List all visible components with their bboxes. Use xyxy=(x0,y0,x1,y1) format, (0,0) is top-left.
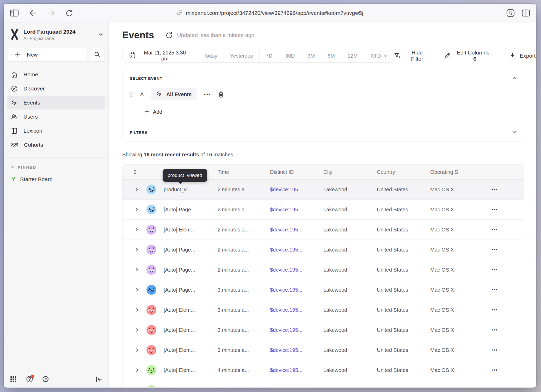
distinct-id-link[interactable]: $device:195... xyxy=(270,207,323,213)
expand-row-chevron-icon[interactable] xyxy=(122,267,139,272)
row-menu-button[interactable]: ••• xyxy=(484,247,524,252)
browser-customize-icon[interactable] xyxy=(506,9,515,17)
range-12m[interactable]: 12M xyxy=(341,49,364,62)
hide-filter-button[interactable]: Hide Filter xyxy=(394,50,430,62)
browser-split-view-icon[interactable] xyxy=(522,9,530,17)
browser-reload-icon[interactable] xyxy=(66,9,73,17)
distinct-id-link[interactable]: $device:195... xyxy=(270,307,323,313)
time-cell: 2 minutes a... xyxy=(218,187,270,193)
row-menu-button[interactable]: ••• xyxy=(484,348,524,352)
event-row-letter: A xyxy=(140,91,144,97)
row-menu-button[interactable]: ••• xyxy=(484,287,524,292)
table-row[interactable]: [Auto] Elem... 3 minutes a... $device:19… xyxy=(122,320,524,340)
browser-sidebar-toggle-icon[interactable] xyxy=(10,9,19,17)
row-menu-button[interactable]: ••• xyxy=(484,227,524,232)
city-cell: Lakewood xyxy=(323,187,377,193)
export-button[interactable]: Export xyxy=(509,53,536,59)
table-row[interactable]: [Auto] Page... 2 minutes a... $device:19… xyxy=(122,200,524,220)
expand-row-chevron-icon[interactable] xyxy=(122,247,139,252)
add-event-button[interactable]: Add xyxy=(144,109,162,115)
table-row[interactable]: [Auto] Page... 2 minutes a... $device:19… xyxy=(122,260,524,280)
new-button[interactable]: New xyxy=(8,48,87,62)
expand-row-chevron-icon[interactable] xyxy=(122,207,139,212)
sidebar-item-cohorts[interactable]: Cohorts xyxy=(7,138,105,152)
date-picker-button[interactable]: Mar 11, 2025 3:30 pm xyxy=(122,49,197,62)
row-menu-button[interactable]: ••• xyxy=(484,267,524,272)
table-row[interactable]: [Auto] Elem... 4 minutes a... $device:19… xyxy=(122,360,524,380)
distinct-id-link[interactable]: $device:195... xyxy=(270,287,323,293)
browser-forward-icon[interactable] xyxy=(47,10,55,16)
distinct-id-link[interactable]: $device:195... xyxy=(270,247,323,253)
event-more-button[interactable]: ••• xyxy=(204,92,211,97)
row-menu-button[interactable]: ••• xyxy=(484,187,524,192)
collapse-rows-icon[interactable] xyxy=(122,168,139,176)
table-row[interactable]: [Auto] Page... 3 minutes a... $device:19… xyxy=(122,280,524,300)
sidebar-item-home[interactable]: Home xyxy=(7,68,105,81)
expand-row-chevron-icon[interactable] xyxy=(122,347,139,353)
export-label: Export xyxy=(520,53,536,59)
distinct-id-link[interactable]: $device:195... xyxy=(270,227,323,233)
trash-icon[interactable] xyxy=(218,91,224,98)
distinct-id-link[interactable]: $device:195... xyxy=(270,187,323,193)
sidebar-item-events[interactable]: Events xyxy=(7,96,105,109)
event-selector-pill[interactable]: All Events xyxy=(151,88,197,100)
column-header-city[interactable]: City xyxy=(323,169,377,175)
row-menu-button[interactable]: ••• xyxy=(484,368,524,372)
table-row[interactable]: [Auto] Page... 2 minutes a... $device:19… xyxy=(122,240,524,260)
expand-row-chevron-icon[interactable] xyxy=(122,368,139,373)
row-menu-button[interactable]: ••• xyxy=(484,207,524,212)
expand-row-chevron-icon[interactable] xyxy=(122,307,139,313)
pinned-section-toggle[interactable]: PINNED xyxy=(10,165,108,169)
row-menu-button[interactable]: ••• xyxy=(484,308,524,312)
sidebar-item-lexicon[interactable]: Lexicon xyxy=(7,124,105,138)
table-row[interactable]: [Auto] Elem... 3 minutes a... $device:19… xyxy=(122,340,524,360)
sidebar-item-starter-board[interactable]: Starter Board xyxy=(10,176,108,183)
sidebar-item-label: Lexicon xyxy=(23,128,42,134)
distinct-id-link[interactable]: $device:195... xyxy=(270,267,323,273)
expand-row-chevron-icon[interactable] xyxy=(122,287,139,292)
distinct-id-link[interactable]: $device:195... xyxy=(270,347,323,353)
apps-grid-icon[interactable] xyxy=(10,376,17,383)
range-yesterday[interactable]: Yesterday xyxy=(224,49,259,62)
column-header-country[interactable]: Country xyxy=(377,169,430,175)
event-name-cell: [Auto] Page... xyxy=(164,267,218,273)
edit-columns-button[interactable]: Edit Columns · 6 xyxy=(444,50,495,62)
range-7d[interactable]: 7D xyxy=(259,49,279,62)
os-cell: Mac OS X xyxy=(430,287,484,293)
expand-row-chevron-icon[interactable] xyxy=(122,227,139,232)
expand-row-chevron-icon[interactable] xyxy=(122,327,139,333)
column-header-distinct-id[interactable]: Distinct ID xyxy=(270,169,323,175)
drag-handle-icon[interactable] xyxy=(130,91,133,97)
range-30d[interactable]: 30D xyxy=(279,49,301,62)
pinned-label: PINNED xyxy=(18,165,36,169)
filters-section[interactable]: FILTERS xyxy=(122,123,524,142)
column-header-os[interactable]: Operating S xyxy=(430,169,484,175)
workspace-switcher[interactable]: Lord Farquaad 2024 All Project Data xyxy=(4,22,108,43)
range-today[interactable]: Today xyxy=(197,49,223,62)
range-6m[interactable]: 6M xyxy=(321,49,341,62)
row-menu-button[interactable]: ••• xyxy=(484,328,524,332)
event-name-cell: [Auto] Elem... xyxy=(164,327,218,333)
refresh-icon[interactable] xyxy=(166,32,173,39)
mixpanel-logo-icon xyxy=(10,29,19,41)
filters-title: FILTERS xyxy=(130,130,147,135)
expand-row-chevron-icon[interactable] xyxy=(122,187,139,192)
column-header-time[interactable]: Time xyxy=(218,169,270,175)
distinct-id-link[interactable]: $device:195... xyxy=(270,367,323,373)
download-icon xyxy=(509,53,516,59)
browser-back-icon[interactable] xyxy=(29,10,37,16)
chevron-up-icon[interactable] xyxy=(512,76,517,81)
search-button[interactable] xyxy=(90,48,104,62)
address-bar[interactable]: mixpanel.com/project/3472420/view/397469… xyxy=(177,9,363,17)
distinct-id-link[interactable]: $device:195... xyxy=(270,327,323,333)
settings-gear-icon[interactable] xyxy=(42,376,50,383)
table-row[interactable]: [Auto] Elem... 2 minutes a... $device:19… xyxy=(122,220,524,240)
table-row[interactable]: [Auto] Elem... 3 minutes a... $device:19… xyxy=(122,300,524,320)
range-xtd[interactable]: XTD xyxy=(364,49,394,62)
collapse-sidebar-icon[interactable] xyxy=(95,376,102,382)
sidebar-item-discover[interactable]: Discover xyxy=(7,82,105,95)
sidebar-item-users[interactable]: Users xyxy=(7,110,105,124)
table-row[interactable]: ••• xyxy=(122,380,524,387)
range-3m[interactable]: 3M xyxy=(301,49,321,62)
country-cell: United States xyxy=(377,287,430,293)
